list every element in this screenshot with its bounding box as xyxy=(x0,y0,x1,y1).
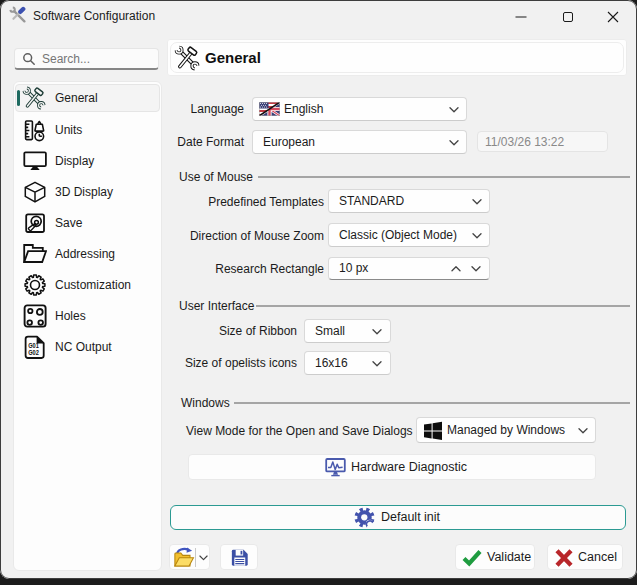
svg-text:G02: G02 xyxy=(28,349,39,356)
svg-text:G01: G01 xyxy=(28,342,39,349)
